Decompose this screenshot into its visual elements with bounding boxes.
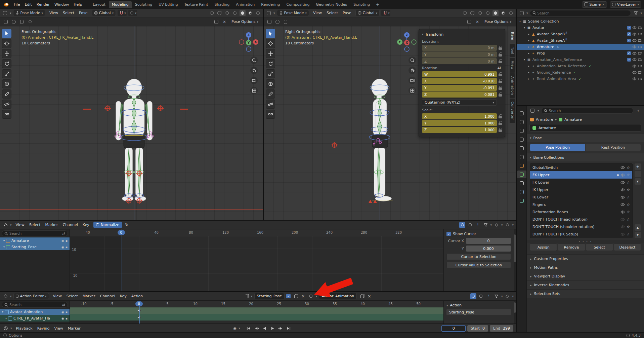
bone-collection-row[interactable]: DON'T TOUCH (head rotation) ☆ [530,216,632,223]
navigation-gizmo[interactable]: Z X Y [238,31,260,53]
show-gizmo-icon[interactable] [462,10,468,16]
solo-star-icon[interactable]: ☆ [627,210,630,214]
mode-dropdown[interactable]: Pose Mode ▾ [277,10,309,16]
collapsed-panel-header[interactable]: ▸ Viewport Display [527,272,644,280]
channel-row[interactable]: ▾ Starting_Pose ◉▪ [0,244,70,250]
shading-rendered-icon[interactable] [255,10,261,16]
action-browse-icon[interactable] [243,293,249,299]
filter-swap-icon[interactable]: ⇄ [62,231,65,236]
disable-render-icon[interactable] [638,64,642,68]
viewport-menu-item[interactable]: View [311,10,324,16]
current-frame-field[interactable]: 0 [441,325,466,332]
tool-settings-icon-3[interactable] [19,19,25,25]
select-box-tool[interactable] [266,29,275,38]
workspace-tab[interactable]: Rendering [258,1,283,8]
hide-viewport-icon[interactable] [632,77,637,81]
collection-visibility-icon[interactable] [620,165,625,170]
graph-ruler[interactable]: -4004080120160200240280320 [70,229,443,236]
dope-ruler[interactable]: -10-505101520253035404550 [70,301,443,307]
outliner-row[interactable]: ▸ ⌖ Root_Animation_Area ✓ ✓ [517,76,644,82]
camera-view-icon[interactable] [250,77,258,84]
playhead-frame-tag[interactable]: 0 [135,301,143,306]
move-up-button[interactable]: ▲ [635,224,641,231]
collection-checkbox[interactable]: ✓ [627,32,631,36]
lock-icon[interactable] [499,72,502,76]
dope-menu-item[interactable]: Select [64,293,80,299]
channel-lock-icon[interactable]: ▪ [66,239,68,242]
editor-type-icon[interactable] [519,10,525,16]
expander-icon[interactable]: ▸ [527,65,531,68]
channel-eye-icon[interactable]: ◉ [61,239,64,242]
value-cursor-line[interactable] [70,261,443,262]
graph-menu-item[interactable]: Select [27,222,43,228]
bone-collection-action-button[interactable]: Select [586,243,613,251]
editor-type-icon[interactable] [3,325,9,331]
panel-expand-icon[interactable]: ▾ [530,136,531,140]
show-gizmo-icon[interactable] [209,10,215,16]
select-box-tool[interactable] [2,29,11,38]
summary-track[interactable] [70,307,443,314]
show-errors-icon[interactable]: ! [475,222,481,228]
properties-tab[interactable] [517,188,526,196]
timeline-menu-item[interactable]: Playback [14,325,35,332]
bone-collections-panel-header[interactable]: ▾ Bone Collections [527,153,644,161]
pose-breakdowner-tool[interactable] [2,110,11,119]
disable-render-icon[interactable] [638,58,642,62]
collapsed-panel-header[interactable]: ▸ Motion Paths [527,263,644,272]
rotation-field[interactable]: Y-0.091 [422,85,497,91]
orientation-dropdown[interactable]: Global ▾ [355,10,380,16]
lock-icon[interactable] [499,121,502,125]
solo-star-icon[interactable]: ☆ [627,232,630,236]
graph-menu-item[interactable]: Marker [43,222,60,228]
bone-collection-row[interactable]: FK Lower ☆ [530,179,632,186]
outliner-row[interactable]: ▾ ▦ Animation_Area_Reference ✓ [517,57,644,63]
lock-icon[interactable] [499,59,502,63]
snap-caret-icon[interactable]: ▾ [124,11,126,15]
unlink-scene-icon[interactable]: × [602,3,605,6]
move-tool[interactable] [266,49,275,58]
expander-icon[interactable]: ▸ [527,33,531,36]
filter-icon[interactable] [493,293,500,299]
lock-icon[interactable] [499,86,502,90]
measure-tool[interactable] [2,100,11,109]
collapsed-panel-header[interactable]: ▸ Selection Sets [527,289,644,298]
annotate-tool[interactable] [266,89,275,99]
filter-caret-icon[interactable]: ▾ [501,295,503,298]
expander-icon[interactable]: ▾ [522,26,526,29]
jump-to-end-button[interactable] [285,325,293,331]
shading-solid-icon[interactable] [240,10,246,16]
tool-settings-icon-1[interactable] [3,19,9,25]
scale-field[interactable]: X1.000 [422,113,497,119]
slot-icon[interactable] [308,293,314,299]
timeline-menu-item[interactable]: Marker [66,325,83,332]
pan-hand-icon[interactable] [250,67,258,74]
outliner-row[interactable]: ▸ ▲ Avatar_ShapeA 8 ✓ [517,37,644,44]
tool-settings-icon-1[interactable] [266,19,272,25]
dope-menu-item[interactable]: Channel [98,293,118,299]
disable-render-icon[interactable] [638,77,642,81]
auto-keying-icon[interactable]: ◉ [232,325,238,331]
editor-type-icon[interactable] [2,222,8,228]
workspace-tab[interactable]: Animation [233,1,258,8]
scale-field[interactable]: Z1.000 [422,127,497,133]
shading-wireframe-icon[interactable] [485,10,491,16]
expander-icon[interactable]: ▸ [527,45,531,48]
toggle-xray-icon[interactable] [224,10,230,16]
dope-menu-item[interactable]: Marker [80,293,98,299]
clear-icon[interactable]: × [221,19,227,25]
channel-pin-icon[interactable]: ◉ [61,317,64,320]
proportional-editing-icon[interactable] [129,10,135,16]
solo-star-icon[interactable]: ☆ [627,180,630,185]
proportional-edit-icon[interactable] [504,222,510,228]
breadcrumb-data[interactable]: Armature [564,117,582,122]
expander-icon[interactable]: ▾ [522,58,526,61]
next-keyframe-button[interactable] [277,325,285,331]
blender-logo[interactable] [3,2,9,7]
unlink-action-icon[interactable]: × [300,293,306,299]
duplicate-action-icon[interactable] [292,293,298,299]
dope-menu-item[interactable]: View [51,293,64,299]
graph-menu-item[interactable]: Channel [60,222,80,228]
shading-material-icon[interactable] [247,10,253,16]
channel-lock-icon[interactable]: ▪ [66,317,68,320]
rest-position-button[interactable]: Rest Position [586,144,641,151]
